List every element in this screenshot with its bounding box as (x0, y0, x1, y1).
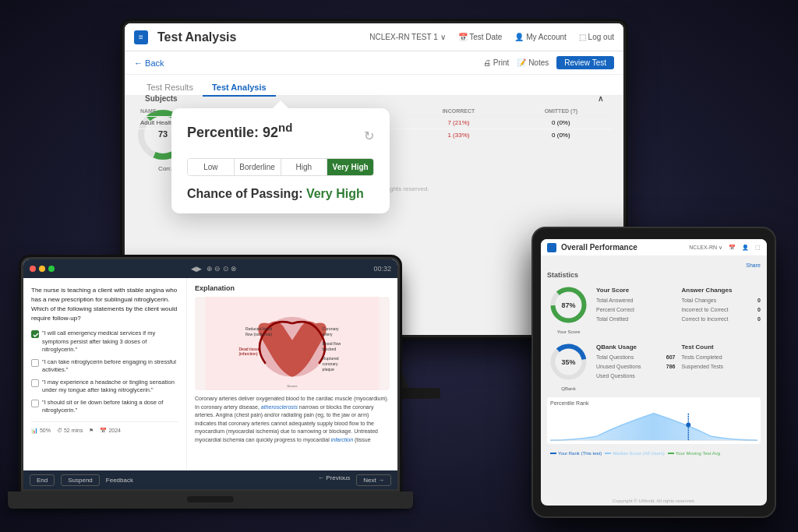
toggle-icon[interactable]: ∧ (598, 94, 603, 103)
nav-item-test[interactable]: NCLEX-RN TEST 1 ∨ (369, 33, 445, 41)
tablet-content: Share Statistics 87% (541, 256, 767, 495)
score-status: 📊 50% (31, 427, 51, 435)
qbank-title: QBank Usage (596, 344, 676, 351)
pbar-high: High (281, 159, 327, 175)
tablet: Overall Performance NCLEX-RN ∨ 📅 👤 ⬚ Sha… (533, 228, 775, 516)
feedback-button[interactable]: Feedback (106, 477, 133, 484)
test-count-title: Test Count (682, 344, 761, 351)
row-omitted-2: 0 (0%) (510, 129, 613, 142)
t-nav-account[interactable]: 👤 (742, 245, 749, 251)
pbar-low: Low (188, 159, 234, 175)
notes-button[interactable]: 📝 Notes (517, 58, 549, 67)
percent-correct-label: Percent Correct (596, 307, 634, 312)
donut-35: 35% QBank (547, 340, 590, 391)
monitor-nav: NCLEX-RN TEST 1 ∨ 📅 Test Date 👤 My Accou… (369, 33, 614, 41)
laptop-explanation-panel: Explanation (187, 278, 397, 470)
review-test-button[interactable]: Review Test (556, 56, 614, 69)
svg-text:flow (ischemia): flow (ischemia) (245, 332, 272, 336)
answer-changes-title: Answer Changes (682, 287, 761, 294)
svg-text:Source: Source (287, 384, 298, 388)
total-q-row: Total Questions 607 (596, 353, 676, 362)
corr-to-inc-val: 0 (757, 316, 761, 322)
tests-completed-row: Tests Completed (682, 353, 761, 362)
svg-point-24 (686, 423, 690, 428)
percentile-rank-title: Percentile Rank (550, 400, 757, 406)
laptop-bottombar: End Suspend Feedback ← Previous Next → (23, 470, 397, 489)
inc-to-corr-val: 0 (757, 307, 761, 312)
t-nav-test[interactable]: NCLEX-RN ∨ (689, 245, 722, 251)
answer-checkbox-2[interactable] (31, 359, 39, 367)
answer-checkbox-3[interactable] (31, 379, 39, 387)
laptop-question-panel: The nurse is teaching a client with stab… (23, 278, 187, 470)
maximize-button[interactable] (48, 266, 55, 272)
explanation-text: Coronary arteries deliver oxygenated blo… (195, 395, 390, 444)
suspended-row: Suspended Tests (682, 362, 761, 372)
answer-checkbox-1[interactable] (31, 330, 39, 338)
svg-text:Ruptured: Ruptured (323, 356, 339, 361)
back-button[interactable]: ← Back (134, 58, 164, 68)
subjects-label: Subjects (145, 94, 178, 103)
total-answered-label: Total Answered (596, 298, 633, 303)
legend-median: Median Score (All Users) (605, 451, 665, 456)
t-nav-date[interactable]: 📅 (729, 245, 736, 251)
scene: ≡ Test Analysis NCLEX-RN TEST 1 ∨ 📅 Test… (0, 0, 798, 532)
percentile-title: Percentile: 92nd (187, 121, 292, 141)
monitor-toolbar: ← Back 🖨 Print 📝 Notes Review Test (125, 51, 623, 75)
svg-text:coronary: coronary (323, 361, 338, 366)
chart-legend: Your Rank (This test) Median Score (All … (550, 451, 757, 456)
answer-text-2: "I can take nitroglycerin before engagin… (42, 358, 178, 375)
qbank-section: QBank Usage Total Questions 607 Unused Q… (596, 340, 676, 391)
answer-checkbox-4[interactable] (31, 400, 39, 407)
svg-text:(infarction): (infarction) (238, 351, 258, 356)
close-button[interactable] (30, 266, 36, 272)
donut-87: 87% Your Score (547, 284, 590, 334)
laptop-base (8, 491, 413, 509)
answer-item-3: "I may experience a headache or tingling… (31, 379, 178, 395)
laptop-nav-icons: ◀▶ ⊕ ⊖ ⊙ ⊗ (191, 265, 238, 273)
legend-your-rank: Your Rank (This test) (550, 451, 602, 456)
total-q-val: 607 (666, 354, 676, 360)
refresh-icon[interactable]: ↻ (364, 129, 374, 143)
stats-row-2: 35% QBank QBank Usage Total Questions 60… (547, 340, 761, 391)
score-details: Your Score Total Answered Percent Correc… (596, 284, 676, 334)
nav-buttons: ← Previous Next → (318, 474, 391, 486)
total-answered-row: Total Answered (596, 296, 676, 305)
tablet-topbar: Overall Performance NCLEX-RN ∨ 📅 👤 ⬚ (541, 239, 767, 256)
laptop-nav-center: ◀▶ ⊕ ⊖ ⊙ ⊗ (61, 265, 367, 273)
end-button[interactable]: End (30, 474, 55, 486)
tablet-screen: Overall Performance NCLEX-RN ∨ 📅 👤 ⬚ Sha… (541, 239, 767, 506)
used-q-label: Used Questions (596, 373, 635, 379)
answer-item-4: "I should sit or lie down before taking … (31, 399, 178, 415)
time-status: ⏱ 52 mins (57, 427, 83, 435)
share-button[interactable]: Share (746, 262, 761, 268)
answer-changes-section: Answer Changes Total Changes 0 Incorrect… (682, 284, 761, 334)
tablet-footer: Copyright © UWorld. All rights reserved. (541, 495, 767, 506)
stats-row: 87% Your Score Your Score Total Answered (547, 284, 761, 334)
nav-item-date[interactable]: 📅 Test Date (458, 33, 503, 41)
corr-to-inc-row: Correct to Incorrect 0 (682, 315, 761, 324)
svg-text:87%: 87% (561, 301, 575, 309)
minimize-button[interactable] (39, 266, 45, 272)
question-text: The nurse is teaching a client with stab… (31, 286, 178, 323)
svg-text:plaque: plaque (323, 367, 335, 372)
popup-arrow (273, 100, 288, 108)
question-status-bar: 📊 50% ⏱ 52 mins ⚑ 📅 2024 (31, 421, 178, 435)
unused-q-val: 786 (666, 364, 676, 369)
answer-item-2: "I can take nitroglycerin before engagin… (31, 358, 178, 375)
legend-moving-avg: Your Moving Test Avg (668, 451, 720, 456)
corr-to-inc-label: Correct to Incorrect (682, 316, 729, 322)
nav-item-account[interactable]: 👤 My Account (514, 33, 566, 41)
col-incorrect: INCORRECT (408, 106, 509, 117)
suspend-button[interactable]: Suspend (61, 474, 100, 486)
t-nav-logout[interactable]: ⬚ (755, 245, 761, 251)
answer-text-1: "I will call emergency medical services … (42, 329, 178, 354)
chance-value: Very High (306, 187, 364, 200)
prev-button[interactable]: ← Previous (318, 474, 350, 486)
next-button[interactable]: Next → (356, 474, 391, 486)
answer-text-4: "I should sit or lie down before taking … (42, 399, 178, 415)
laptop: ◀▶ ⊕ ⊖ ⊙ ⊗ 00:32 The nurse is teaching a… (23, 259, 413, 509)
nav-item-logout[interactable]: ⬚ Log out (579, 33, 614, 41)
percentile-bar: Low Borderline High Very High (187, 158, 374, 176)
laptop-window-controls (30, 266, 55, 272)
print-button[interactable]: 🖨 Print (483, 58, 509, 67)
